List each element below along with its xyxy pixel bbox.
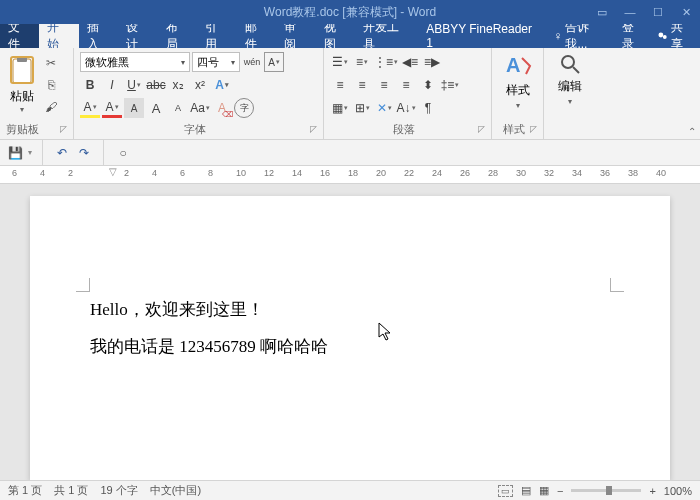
increase-indent-icon[interactable]: ≡▶	[422, 52, 442, 72]
decrease-indent-icon[interactable]: ◀≡	[400, 52, 420, 72]
touch-mode-icon[interactable]: ○	[114, 144, 132, 162]
ruler-mark: 8	[208, 168, 213, 178]
ribbon-display-icon[interactable]: ▭	[588, 0, 616, 24]
tab-design[interactable]: 设计	[118, 24, 157, 48]
margin-corner-tl	[76, 278, 90, 292]
view-web-icon[interactable]: ▦	[539, 484, 549, 497]
tab-developer[interactable]: 开发工具	[355, 24, 418, 48]
char-shading-icon[interactable]: A	[124, 98, 144, 118]
grow-font-icon[interactable]: A	[146, 98, 166, 118]
styles-button[interactable]: A 样式 ▾	[498, 52, 537, 110]
font-name-combo[interactable]: 微软雅黑▾	[80, 52, 190, 72]
text-effects-icon[interactable]: A	[212, 75, 232, 95]
undo-icon[interactable]: ↶	[53, 144, 71, 162]
styles-label: 样式	[506, 82, 530, 99]
multilevel-icon[interactable]: ⋮≡	[374, 52, 398, 72]
enclose-char-icon[interactable]: 字	[234, 98, 254, 118]
clipboard-group-label: 剪贴板	[6, 120, 39, 137]
tab-mail[interactable]: 邮件	[237, 24, 276, 48]
ruler-mark: 14	[292, 168, 302, 178]
document-page[interactable]: Hello，欢迎来到这里！ 我的电话是 123456789 啊哈哈哈	[30, 196, 670, 480]
quick-access-row: 💾 ▾ ↶ ↷ ○	[0, 140, 700, 166]
align-center-icon[interactable]: ≡	[352, 75, 372, 95]
bold-button[interactable]: B	[80, 75, 100, 95]
find-icon	[558, 52, 582, 76]
ruler-mark: 2	[124, 168, 129, 178]
window-controls: ▭ — ☐ ✕	[588, 0, 700, 24]
tab-abbyy[interactable]: ABBYY FineReader 1	[418, 24, 547, 48]
clear-format-icon[interactable]: A⌫	[212, 98, 232, 118]
underline-button[interactable]: U	[124, 75, 144, 95]
edit-button[interactable]: 编辑 ▾	[550, 52, 590, 106]
tab-insert[interactable]: 插入	[79, 24, 118, 48]
status-language[interactable]: 中文(中国)	[150, 483, 201, 498]
strikethrough-button[interactable]: abc	[146, 75, 166, 95]
copy-icon[interactable]: ⎘	[42, 76, 60, 94]
numbering-icon[interactable]: ≡	[352, 52, 372, 72]
distribute-icon[interactable]: ⬍	[418, 75, 438, 95]
paste-button[interactable]: 粘贴 ▾	[6, 52, 38, 120]
save-icon[interactable]: 💾	[6, 144, 24, 162]
highlight-icon[interactable]: A	[80, 98, 100, 118]
tab-references[interactable]: 引用	[197, 24, 236, 48]
line-spacing-icon[interactable]: ‡≡	[440, 75, 460, 95]
zoom-level[interactable]: 100%	[664, 485, 692, 497]
bullets-icon[interactable]: ☰	[330, 52, 350, 72]
tab-review[interactable]: 审阅	[276, 24, 315, 48]
ruler-mark: 36	[600, 168, 610, 178]
borders-icon[interactable]: ⊞	[352, 98, 372, 118]
document-area: Hello，欢迎来到这里！ 我的电话是 123456789 啊哈哈哈	[0, 184, 700, 480]
ruler-mark: 40	[656, 168, 666, 178]
paragraph-group-label: 段落	[330, 120, 478, 137]
view-read-icon[interactable]: ▤	[521, 484, 531, 497]
ribbon-tabs: 文件 开始 插入 设计 布局 引用 邮件 审阅 视图 开发工具 ABBYY Fi…	[0, 24, 700, 48]
document-line-1[interactable]: Hello，欢迎来到这里！	[90, 291, 610, 328]
tab-home[interactable]: 开始	[39, 24, 78, 48]
font-size-combo[interactable]: 四号▾	[192, 52, 240, 72]
ruler-mark: 20	[376, 168, 386, 178]
clipboard-launcher-icon[interactable]: ◸	[60, 124, 67, 134]
document-line-2[interactable]: 我的电话是 123456789 啊哈哈哈	[90, 328, 610, 365]
window-title: Word教程.doc [兼容模式] - Word	[264, 4, 436, 21]
font-color-icon[interactable]: A	[102, 98, 122, 118]
tab-view[interactable]: 视图	[316, 24, 355, 48]
shrink-font-icon[interactable]: A	[168, 98, 188, 118]
status-page-total[interactable]: 共 1 页	[54, 483, 88, 498]
paragraph-launcher-icon[interactable]: ◸	[478, 124, 485, 134]
svg-text:A: A	[506, 54, 520, 76]
cut-icon[interactable]: ✂	[42, 54, 60, 72]
italic-button[interactable]: I	[102, 75, 122, 95]
zoom-out-icon[interactable]: −	[557, 485, 563, 497]
char-border-icon[interactable]: A	[264, 52, 284, 72]
close-icon[interactable]: ✕	[672, 0, 700, 24]
zoom-slider[interactable]	[571, 489, 641, 492]
tab-file[interactable]: 文件	[0, 24, 39, 48]
maximize-icon[interactable]: ☐	[644, 0, 672, 24]
format-painter-icon[interactable]: 🖌	[42, 98, 60, 116]
status-page-section[interactable]: 第 1 页	[8, 483, 42, 498]
phonetic-guide-icon[interactable]: wén	[242, 52, 262, 72]
collapse-ribbon-icon[interactable]: ⌃	[688, 126, 696, 137]
status-bar: 第 1 页 共 1 页 19 个字 中文(中国) ▭ ▤ ▦ − + 100%	[0, 480, 700, 500]
zoom-in-icon[interactable]: +	[649, 485, 655, 497]
superscript-button[interactable]: x²	[190, 75, 210, 95]
styles-launcher-icon[interactable]: ◸	[530, 124, 537, 134]
redo-icon[interactable]: ↷	[75, 144, 93, 162]
ruler-mark: 34	[572, 168, 582, 178]
justify-icon[interactable]: ≡	[396, 75, 416, 95]
sort-icon[interactable]: A↓	[396, 98, 416, 118]
tab-layout[interactable]: 布局	[158, 24, 197, 48]
subscript-button[interactable]: x₂	[168, 75, 188, 95]
shading-icon[interactable]: ▦	[330, 98, 350, 118]
align-left-icon[interactable]: ≡	[330, 75, 350, 95]
show-marks-icon[interactable]: ¶	[418, 98, 438, 118]
asian-layout-icon[interactable]: ✕	[374, 98, 394, 118]
svg-point-1	[663, 35, 667, 39]
align-right-icon[interactable]: ≡	[374, 75, 394, 95]
font-launcher-icon[interactable]: ◸	[310, 124, 317, 134]
minimize-icon[interactable]: —	[616, 0, 644, 24]
horizontal-ruler[interactable]: ▽ 64224681012141618202224262830323436384…	[0, 166, 700, 184]
view-print-layout-icon[interactable]: ▭	[498, 485, 513, 497]
change-case-icon[interactable]: Aa	[190, 98, 210, 118]
status-word-count[interactable]: 19 个字	[100, 483, 137, 498]
